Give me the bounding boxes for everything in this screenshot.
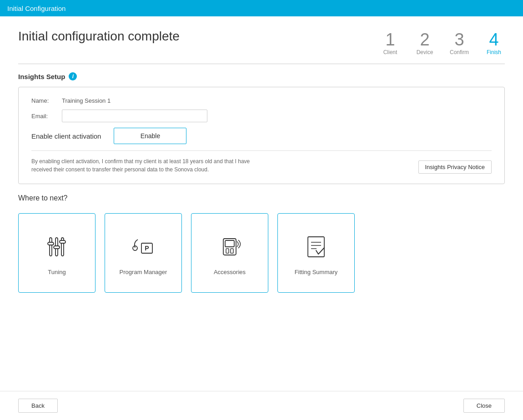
insights-title-text: Insights Setup (18, 73, 65, 80)
email-label: Email: (31, 113, 56, 120)
main-window: Initial Configuration Initial configurat… (0, 0, 523, 420)
svg-rect-12 (231, 249, 233, 253)
step-1-number: 1 (385, 31, 395, 48)
svg-rect-5 (60, 240, 65, 243)
header-divider (18, 64, 505, 64)
svg-rect-3 (48, 242, 54, 245)
step-1: 1 Client (379, 31, 401, 55)
svg-rect-4 (54, 246, 60, 249)
step-2: 2 Device (414, 31, 436, 55)
page-title: Initial configuration complete (18, 29, 180, 44)
tuning-icon (40, 230, 73, 263)
step-4: 4 Finish (483, 31, 505, 55)
footer: Back Close (0, 391, 523, 420)
step-2-label: Device (417, 49, 433, 55)
insights-box: Name: Training Session 1 Email: Enable c… (18, 87, 505, 184)
step-3: 3 Confirm (448, 31, 470, 55)
enable-button[interactable]: Enable (114, 128, 186, 144)
svg-text:P: P (145, 245, 149, 252)
activation-label: Enable client activation (31, 132, 101, 140)
tuning-label: Tuning (48, 269, 65, 275)
email-input[interactable] (62, 110, 207, 122)
info-icon[interactable]: i (69, 72, 77, 80)
accessories-card[interactable]: Accessories (191, 213, 268, 293)
inner-divider (31, 150, 492, 151)
consent-row: By enabling client activation, I confirm… (31, 157, 492, 174)
steps-container: 1 Client 2 Device 3 Confirm 4 Finish (379, 29, 505, 55)
accessories-icon (213, 230, 246, 263)
insights-section-title: Insights Setup i (18, 72, 505, 80)
fitting-summary-icon (300, 230, 332, 263)
svg-rect-11 (226, 249, 229, 253)
step-3-label: Confirm (450, 49, 469, 55)
where-next-title: Where to next? (18, 194, 505, 202)
email-row: Email: (31, 110, 492, 122)
consent-text: By enabling client activation, I confirm… (31, 157, 259, 174)
nav-cards-container: Tuning P Program Manager (18, 213, 505, 293)
fitting-summary-label: Fitting Summary (295, 269, 338, 275)
step-1-label: Client (383, 49, 397, 55)
svg-rect-10 (225, 240, 234, 247)
privacy-notice-button[interactable]: Insights Privacy Notice (418, 160, 492, 174)
window-title: Initial Configuration (7, 5, 65, 12)
activation-row: Enable client activation Enable (31, 128, 492, 144)
back-button[interactable]: Back (18, 399, 58, 413)
program-manager-icon: P (127, 230, 160, 263)
step-4-number: 4 (489, 31, 498, 48)
title-bar: Initial Configuration (0, 0, 523, 16)
tuning-card[interactable]: Tuning (18, 213, 96, 293)
close-button[interactable]: Close (463, 399, 505, 413)
step-4-label: Finish (487, 49, 501, 55)
svg-rect-13 (308, 237, 324, 257)
fitting-summary-card[interactable]: Fitting Summary (277, 213, 355, 293)
name-row: Name: Training Session 1 (31, 97, 492, 104)
svg-rect-0 (50, 238, 52, 256)
main-content: Initial configuration complete 1 Client … (0, 16, 523, 391)
name-label: Name: (31, 97, 56, 104)
program-manager-card[interactable]: P Program Manager (105, 213, 182, 293)
accessories-label: Accessories (214, 269, 246, 275)
header-row: Initial configuration complete 1 Client … (18, 29, 505, 55)
name-value: Training Session 1 (62, 97, 111, 104)
step-2-number: 2 (420, 31, 429, 48)
program-manager-label: Program Manager (120, 269, 167, 275)
step-3-number: 3 (454, 31, 464, 48)
